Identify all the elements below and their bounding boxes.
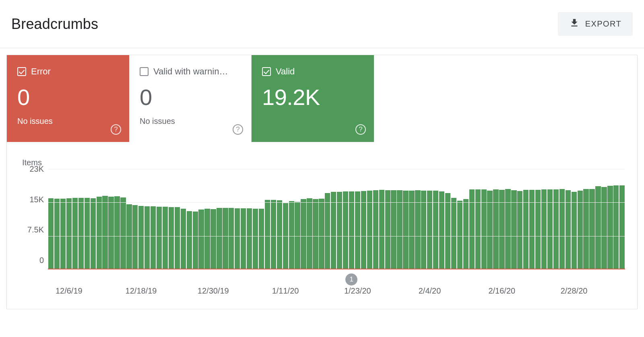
help-icon[interactable]: ? (111, 124, 121, 135)
status-row: Error 0 No issues ? Valid with warnin… 0… (7, 55, 637, 142)
bar (229, 208, 234, 269)
x-tick: 12/6/19 (56, 286, 83, 296)
bar (535, 190, 541, 269)
bar (241, 208, 246, 269)
bar (265, 200, 270, 269)
bar (72, 198, 78, 269)
bar (457, 201, 462, 269)
bar (613, 185, 619, 269)
x-tick: 12/30/19 (198, 286, 229, 296)
y-tick: 0 (39, 255, 44, 265)
bar (223, 208, 228, 269)
bar (583, 189, 588, 269)
bar (151, 206, 156, 269)
bar (391, 190, 396, 269)
status-card-warning[interactable]: Valid with warnin… 0 No issues ? (129, 55, 252, 142)
bar (91, 198, 96, 269)
bar (319, 199, 324, 269)
help-icon[interactable]: ? (233, 124, 243, 135)
chart-plot-area: 1 (48, 169, 625, 269)
bar (523, 190, 528, 269)
bar (247, 208, 252, 269)
page-title: Breadcrumbs (11, 16, 98, 33)
checkbox-icon (262, 67, 271, 76)
bar (313, 199, 318, 269)
bar (126, 204, 132, 269)
export-label: EXPORT (585, 19, 621, 29)
bar (169, 207, 174, 269)
bar (415, 190, 420, 269)
status-card-error[interactable]: Error 0 No issues ? (7, 55, 129, 142)
gridline (48, 169, 625, 169)
bar (181, 209, 186, 269)
bar (175, 207, 180, 269)
bar (439, 191, 444, 269)
gridline (48, 236, 625, 236)
bar (204, 209, 210, 269)
bar (78, 198, 84, 269)
bar (66, 198, 72, 269)
bar (198, 210, 204, 269)
bar (547, 189, 553, 269)
bar (108, 197, 114, 269)
bar (289, 201, 294, 269)
bar (589, 189, 594, 269)
x-tick: 1/23/20 (344, 286, 371, 296)
status-label-valid: Valid (276, 66, 295, 77)
x-tick: 2/28/20 (561, 286, 588, 296)
bar (595, 186, 601, 269)
y-tick: 23K (29, 164, 44, 174)
bar (373, 190, 378, 269)
bar (277, 200, 282, 269)
bar (445, 193, 450, 269)
bar (217, 208, 222, 269)
bar (271, 200, 276, 269)
content-card: Error 0 No issues ? Valid with warnin… 0… (6, 55, 638, 309)
bar (54, 199, 60, 269)
y-tick: 15K (29, 195, 44, 204)
bar (235, 208, 240, 269)
bar (511, 190, 516, 269)
export-button[interactable]: EXPORT (558, 12, 633, 36)
bar (211, 209, 216, 269)
help-icon[interactable]: ? (355, 124, 366, 135)
status-label-error: Error (31, 66, 51, 77)
bar (499, 190, 504, 269)
bar (475, 189, 481, 269)
chart: Items 23K15K7.5K0 1 12/6/1912/18/1912/30… (7, 142, 637, 297)
bar (157, 207, 162, 269)
bar (559, 189, 565, 269)
bar (193, 212, 198, 269)
bar (349, 191, 354, 269)
bar (566, 190, 571, 269)
header-bar: Breadcrumbs EXPORT (0, 0, 644, 48)
bar (325, 193, 330, 269)
bar (163, 207, 168, 269)
bar (97, 197, 102, 269)
bar (331, 192, 336, 269)
status-value-error: 0 (17, 84, 119, 110)
bar (307, 198, 312, 269)
bar (529, 190, 535, 269)
download-icon (569, 18, 580, 30)
bar (259, 209, 264, 269)
bar (138, 206, 144, 269)
bar (132, 205, 138, 269)
gridline (48, 202, 625, 203)
bar (187, 211, 192, 269)
chart-annotation[interactable]: 1 (345, 273, 357, 286)
bar (120, 197, 126, 269)
bar (397, 190, 402, 269)
bar (295, 202, 300, 269)
bar (85, 198, 90, 269)
chart-y-title: Items (22, 158, 625, 167)
status-card-valid[interactable]: Valid 19.2K ? (252, 55, 374, 142)
bar (505, 189, 510, 269)
bar (253, 209, 258, 269)
bar (385, 190, 390, 269)
checkbox-icon (17, 67, 26, 76)
bar (463, 199, 469, 269)
status-sub-warning: No issues (140, 117, 241, 126)
bar (355, 191, 360, 269)
bar (493, 189, 498, 269)
